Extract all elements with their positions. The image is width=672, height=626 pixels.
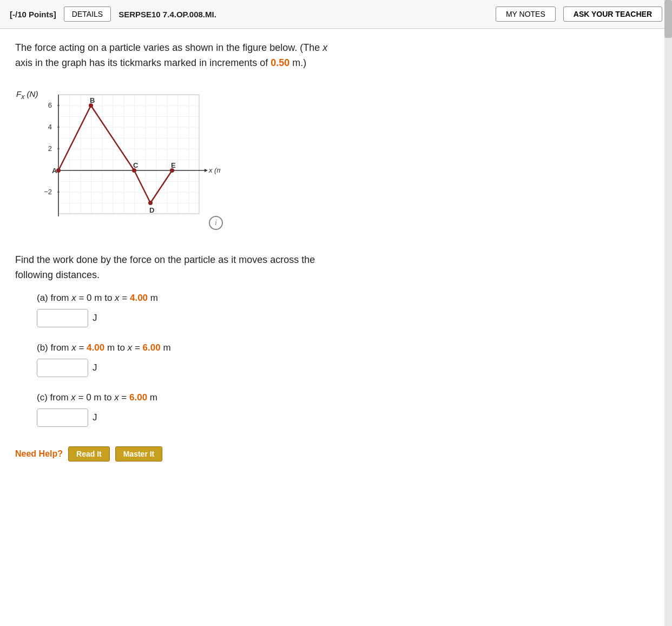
master-it-button[interactable]: Master It [115,446,163,462]
subquestion-c: (c) from x = 0 m to x = 6.00 m [37,392,657,403]
svg-text:B: B [90,96,95,104]
graph-container: Fx (N) 6 4 [37,84,221,235]
y-label-F: Fx (N) [16,89,38,98]
scrollbar-track[interactable] [664,0,672,626]
sub-a-text: (a) from x = 0 m to x = 4.00 m [37,293,158,303]
sub-b-text: (b) from x = 4.00 m to x = 6.00 m [37,342,171,353]
read-it-button[interactable]: Read It [68,446,110,462]
svg-marker-12 [205,169,208,172]
need-help-label: Need Help? [15,449,63,459]
svg-point-17 [148,201,153,205]
sub-b-from-value: 4.00 [87,342,104,353]
increment-unit: m.) [289,57,306,68]
problem-statement: The force acting on a particle varies as… [15,41,657,71]
sub-b-to-value: 6.00 [143,342,161,353]
header-bar: [-/10 Points] DETAILS SERPSE10 7.4.OP.00… [0,0,672,29]
answer-row-a: J [37,309,657,327]
unit-label-a: J [93,313,97,324]
svg-text:6: 6 [48,101,52,109]
unit-label-b: J [93,363,97,373]
answer-input-b[interactable] [37,359,88,377]
find-work-line1: Find the work done by the force on the p… [15,254,315,265]
unit-label-c: J [93,412,97,423]
problem-code: SERPSE10 7.4.OP.008.MI. [118,10,488,19]
find-work-line2: following distances. [15,269,100,280]
svg-text:C: C [133,161,139,169]
svg-text:A: A [52,167,57,175]
sub-a-value: 4.00 [130,293,148,303]
svg-text:E: E [171,161,176,169]
answer-row-b: J [37,359,657,377]
subquestion-a: (a) from x = 0 m to x = 4.00 m [37,293,657,304]
problem-text-part1: The force acting on a particle varies as… [15,42,327,53]
answer-input-c[interactable] [37,408,88,427]
svg-text:4: 4 [48,123,52,131]
svg-text:2: 2 [48,144,52,153]
increment-value: 0.50 [271,57,289,68]
svg-text:−2: −2 [44,188,52,196]
find-work-text: Find the work done by the force on the p… [15,253,657,283]
answer-row-c: J [37,408,657,427]
points-label: [-/10 Points] [10,10,56,19]
need-help-row: Need Help? Read It Master It [15,446,657,462]
sub-c-text: (c) from x = 0 m to x = 6.00 m [37,392,157,403]
svg-text:D: D [149,206,154,214]
sub-c-value: 6.00 [129,392,147,403]
subquestion-b: (b) from x = 4.00 m to x = 6.00 m [37,342,657,353]
force-graph: 6 4 2 −2 x (m) A B [37,84,221,235]
svg-rect-0 [58,95,199,214]
svg-text:x (m): x (m) [208,166,221,174]
details-button[interactable]: DETAILS [64,6,111,22]
answer-input-a[interactable] [37,309,88,327]
problem-text-part2: axis in the graph has its tickmarks mark… [15,57,306,68]
info-icon[interactable]: i [209,216,223,230]
scrollbar-thumb[interactable] [664,0,672,38]
graph-y-label: Fx (N) [16,89,38,101]
ask-teacher-button[interactable]: ASK YOUR TEACHER [563,6,662,22]
my-notes-button[interactable]: MY NOTES [496,6,556,22]
main-content: The force acting on a particle varies as… [0,29,672,478]
